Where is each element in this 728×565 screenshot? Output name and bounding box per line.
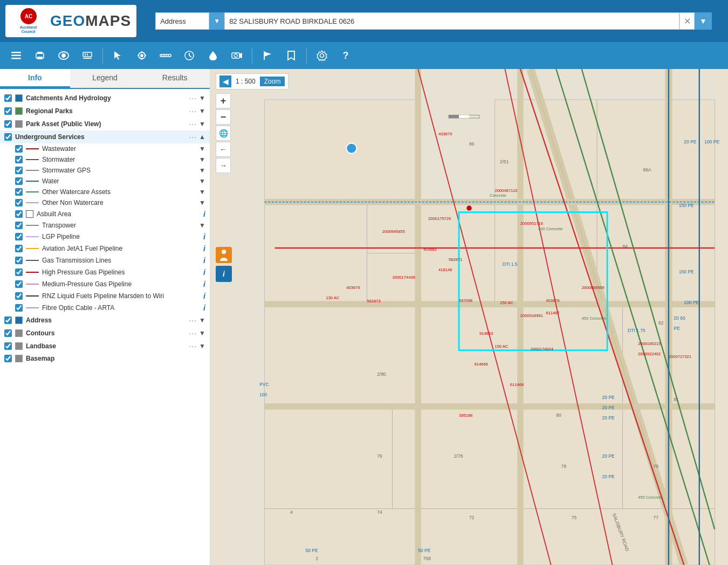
- nav-back-button[interactable]: ←: [216, 142, 231, 157]
- rnz-liquid-info-icon[interactable]: i: [203, 292, 205, 300]
- regional-parks-checkbox[interactable]: [4, 107, 12, 115]
- layer-group-basemap[interactable]: Basemap: [0, 353, 210, 364]
- layer-group-contours[interactable]: Contours ··· ▼: [0, 327, 210, 340]
- locate-button[interactable]: [131, 45, 153, 66]
- layer-item-stormwater-gps[interactable]: Stormwater GPS ▼: [0, 165, 210, 176]
- high-pressure-gas-checkbox[interactable]: [15, 268, 23, 276]
- camera-button[interactable]: [226, 45, 248, 66]
- map-person-icon[interactable]: [216, 247, 232, 263]
- landbase-dots[interactable]: ···: [189, 342, 197, 350]
- layer-group-underground[interactable]: Underground Services ··· ▲: [0, 130, 210, 143]
- park-asset-dots[interactable]: ···: [189, 120, 197, 128]
- nav-forward-button[interactable]: →: [216, 158, 231, 173]
- cursor-button[interactable]: [107, 45, 129, 66]
- stormwater-checkbox[interactable]: [15, 156, 23, 163]
- layer-group-park-asset[interactable]: Park Asset (Public View) ··· ▼: [0, 118, 210, 130]
- water-button[interactable]: [202, 45, 224, 66]
- stormwater-gps-checkbox[interactable]: [15, 167, 23, 174]
- layer-item-other-watercare[interactable]: Other Watercare Assets ▼: [0, 187, 210, 197]
- high-pressure-gas-info-icon[interactable]: i: [203, 268, 205, 277]
- aviation-info-icon[interactable]: i: [203, 244, 205, 253]
- layer-group-address[interactable]: Address ··· ▼: [0, 314, 210, 327]
- regional-parks-chevron[interactable]: ▼: [199, 107, 205, 115]
- search-clear-button[interactable]: ✕: [679, 12, 695, 30]
- catchments-checkbox[interactable]: [4, 94, 12, 102]
- map-svg[interactable]: 86 86A 84 82 81 79 77 78 80 2/80 76 2/78…: [210, 69, 728, 565]
- settings-button[interactable]: [311, 45, 333, 66]
- contours-checkbox[interactable]: [4, 329, 12, 337]
- address-chevron[interactable]: ▼: [199, 316, 205, 324]
- underground-checkbox[interactable]: [4, 133, 12, 141]
- zoom-out-button[interactable]: −: [216, 109, 231, 125]
- time-slider-button[interactable]: [178, 45, 200, 66]
- other-watercare-chevron[interactable]: ▼: [199, 188, 205, 196]
- help-button[interactable]: ?: [335, 45, 356, 66]
- basemap-checkbox[interactable]: [4, 355, 12, 362]
- layer-item-other-non-watercare[interactable]: Other Non Watercare ▼: [0, 197, 210, 208]
- stormwater-chevron[interactable]: ▼: [199, 156, 205, 163]
- other-watercare-checkbox[interactable]: [15, 188, 23, 196]
- regional-parks-dots[interactable]: ···: [189, 107, 197, 115]
- layer-item-rnz-liquid[interactable]: RNZ Liquid Fuels Pipeline Marsden to Wir…: [0, 290, 210, 302]
- layer-item-wastewater[interactable]: Wastewater ▼: [0, 143, 210, 154]
- pan-left-btn[interactable]: ◀: [219, 75, 231, 87]
- search-input[interactable]: [229, 17, 675, 25]
- transpower-checkbox[interactable]: [15, 222, 23, 229]
- catchments-chevron[interactable]: ▼: [199, 94, 205, 102]
- gas-transmission-info-icon[interactable]: i: [203, 256, 205, 265]
- layer-item-aviation[interactable]: Aviation JetA1 Fuel Pipeline i: [0, 243, 210, 254]
- medium-pressure-gas-info-icon[interactable]: i: [203, 280, 205, 288]
- layer-item-lgp[interactable]: LGP Pipeline i: [0, 231, 210, 243]
- landbase-checkbox[interactable]: [4, 342, 12, 350]
- layer-item-gas-transmission[interactable]: Gas Transmission Lines i: [0, 254, 210, 266]
- other-non-watercare-chevron[interactable]: ▼: [199, 199, 205, 206]
- layer-item-transpower[interactable]: Transpower ▼: [0, 220, 210, 231]
- search-type-dropdown-btn[interactable]: ▼: [209, 12, 224, 30]
- layer-item-high-pressure-gas[interactable]: High Pressure Gas Pipelines i: [0, 266, 210, 278]
- stormwater-gps-chevron[interactable]: ▼: [199, 167, 205, 174]
- layer-item-medium-pressure-gas[interactable]: Medium-Pressure Gas Pipeline i: [0, 278, 210, 290]
- asbuilt-info-icon[interactable]: i: [203, 210, 205, 218]
- address-checkbox[interactable]: [4, 316, 12, 324]
- other-non-watercare-checkbox[interactable]: [15, 199, 23, 206]
- layer-item-asbuilt[interactable]: Asbuilt Area i: [0, 208, 210, 220]
- layer-toggle-button[interactable]: [5, 45, 27, 66]
- transpower-chevron[interactable]: ▼: [199, 222, 205, 229]
- address-dots[interactable]: ···: [189, 316, 197, 325]
- water-chevron[interactable]: ▼: [199, 177, 205, 185]
- contours-chevron[interactable]: ▼: [199, 329, 205, 337]
- search-type-select[interactable]: Address: [155, 12, 209, 30]
- contours-dots[interactable]: ···: [189, 329, 197, 337]
- underground-chevron[interactable]: ▲: [199, 133, 205, 141]
- underground-dots[interactable]: ···: [189, 133, 197, 141]
- medium-pressure-gas-checkbox[interactable]: [15, 280, 23, 288]
- fibre-optic-checkbox[interactable]: [15, 304, 23, 312]
- catchments-dots[interactable]: ···: [189, 94, 197, 102]
- rnz-liquid-checkbox[interactable]: [15, 292, 23, 300]
- park-asset-checkbox[interactable]: [4, 120, 12, 128]
- measure-button[interactable]: [155, 45, 176, 66]
- map-info-overlay-icon[interactable]: i: [216, 266, 232, 282]
- layer-item-water[interactable]: Water ▼: [0, 176, 210, 187]
- wastewater-checkbox[interactable]: [15, 145, 23, 153]
- tab-results[interactable]: Results: [140, 69, 210, 88]
- zoom-label-btn[interactable]: Zoom: [260, 77, 285, 86]
- asbuilt-checkbox[interactable]: [15, 210, 23, 218]
- tab-legend[interactable]: Legend: [70, 69, 140, 88]
- layer-group-regional-parks[interactable]: Regional Parks ··· ▼: [0, 105, 210, 118]
- layer-group-landbase[interactable]: Landbase ··· ▼: [0, 340, 210, 353]
- layer-item-fibre-optic[interactable]: Fibre Optic Cable - ARTA i: [0, 302, 210, 314]
- zoom-in-button[interactable]: +: [216, 93, 231, 108]
- bookmark-button[interactable]: [280, 45, 302, 66]
- map-area[interactable]: ◀ 1 : 500 Zoom + − 🌐 ← → i: [210, 69, 728, 565]
- layer-group-catchments[interactable]: Catchments And Hydrology ··· ▼: [0, 92, 210, 105]
- globe-button[interactable]: 🌐: [216, 126, 231, 141]
- flag-button[interactable]: [257, 45, 278, 66]
- park-asset-chevron[interactable]: ▼: [199, 120, 205, 128]
- print-button[interactable]: [29, 45, 51, 66]
- export-button[interactable]: [77, 45, 98, 66]
- tab-info[interactable]: Info: [0, 69, 70, 88]
- search-go-button[interactable]: ▼: [695, 12, 712, 30]
- fibre-optic-info-icon[interactable]: i: [203, 304, 205, 312]
- wastewater-chevron[interactable]: ▼: [199, 145, 205, 153]
